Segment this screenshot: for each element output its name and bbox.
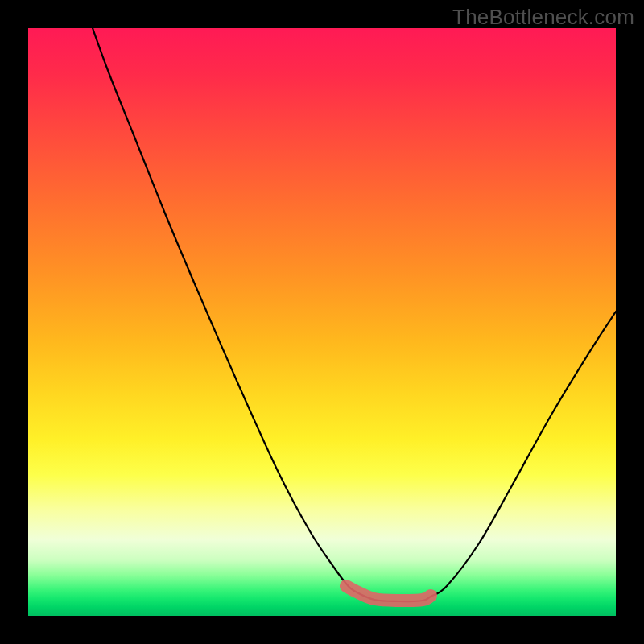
curve-group bbox=[93, 28, 616, 601]
highlight-band bbox=[346, 586, 431, 601]
chart-frame: TheBottleneck.com bbox=[0, 0, 644, 644]
chart-svg bbox=[28, 28, 616, 616]
response-curve bbox=[93, 28, 616, 601]
watermark-text: TheBottleneck.com bbox=[452, 5, 634, 30]
chart-plot-area bbox=[28, 28, 616, 616]
